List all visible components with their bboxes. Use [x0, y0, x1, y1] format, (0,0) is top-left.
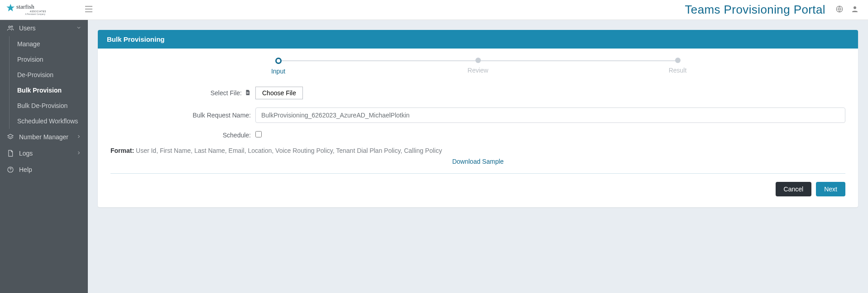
card-title: Bulk Provisioning	[98, 30, 858, 49]
format-text: User Id, First Name, Last Name, Email, L…	[136, 147, 442, 154]
user-icon[interactable]	[847, 2, 863, 17]
svg-rect-8	[247, 92, 249, 92]
divider	[110, 173, 845, 174]
document-icon	[6, 150, 14, 157]
svg-point-4	[11, 26, 13, 27]
svg-point-6	[10, 171, 10, 171]
sidebar-number-manager-label: Number Manager	[19, 133, 76, 141]
sidebar-item-users[interactable]: Users	[0, 20, 88, 36]
sidebar-item-deprovision[interactable]: De-Provision	[0, 67, 88, 83]
sidebar-help-label: Help	[19, 166, 82, 173]
step-review-label: Review	[378, 67, 578, 74]
sidebar-item-help[interactable]: Help	[0, 161, 88, 178]
logo-sub2: A Persistent Company	[25, 13, 46, 15]
sidebar-item-scheduled-workflows[interactable]: Scheduled Workflows	[0, 113, 88, 129]
stepper: Input Review Result	[178, 58, 777, 75]
step-review[interactable]: Review	[378, 58, 578, 74]
choose-file-button[interactable]: Choose File	[255, 87, 303, 99]
logo: starfish ASSOCIATES A Persistent Company	[5, 2, 82, 18]
step-result[interactable]: Result	[578, 58, 777, 74]
sidebar-logs-label: Logs	[19, 150, 76, 157]
sidebar-item-logs[interactable]: Logs	[0, 145, 88, 161]
logo-brand-text: starfish	[16, 3, 34, 10]
cancel-button[interactable]: Cancel	[776, 182, 812, 196]
step-input[interactable]: Input	[178, 58, 378, 75]
sidebar-item-provision[interactable]: Provision	[0, 52, 88, 67]
bulk-provisioning-card: Bulk Provisioning Input Review	[98, 30, 858, 207]
download-sample-link[interactable]: Download Sample	[110, 158, 845, 165]
bulk-request-name-input[interactable]	[255, 107, 845, 123]
svg-point-3	[9, 26, 10, 28]
sidebar-item-manage[interactable]: Manage	[0, 36, 88, 52]
chevron-down-icon	[76, 24, 82, 32]
logo-sub1: ASSOCIATES	[30, 10, 46, 12]
svg-marker-0	[6, 4, 14, 11]
schedule-label: Schedule:	[223, 132, 251, 139]
step-result-label: Result	[578, 67, 777, 74]
next-button[interactable]: Next	[816, 182, 845, 196]
step-input-label: Input	[178, 68, 378, 75]
content-area: Bulk Provisioning Input Review	[88, 20, 868, 293]
sidebar-item-number-manager[interactable]: Number Manager	[0, 129, 88, 145]
svg-point-2	[854, 6, 856, 9]
help-icon	[6, 166, 14, 173]
schedule-checkbox[interactable]	[255, 131, 262, 137]
chevron-right-icon	[76, 133, 82, 141]
layers-icon	[6, 133, 14, 141]
file-icon	[245, 89, 251, 97]
menu-toggle-icon[interactable]	[82, 3, 95, 16]
sidebar-item-bulk-provision[interactable]: Bulk Provision	[0, 83, 88, 98]
sidebar-item-bulk-deprovision[interactable]: Bulk De-Provision	[0, 98, 88, 113]
sidebar: Users Manage Provision De-Provision Bulk…	[0, 20, 88, 293]
chevron-right-icon	[76, 150, 82, 157]
sidebar-users-label: Users	[19, 24, 76, 32]
bulk-request-name-label: Bulk Request Name:	[193, 112, 251, 119]
users-icon	[6, 24, 14, 32]
format-prefix: Format:	[110, 147, 134, 154]
sidebar-users-submenu: Manage Provision De-Provision Bulk Provi…	[0, 36, 88, 129]
svg-rect-7	[247, 93, 249, 93]
select-file-label: Select File:	[211, 89, 242, 97]
globe-icon[interactable]	[832, 2, 847, 17]
topbar: starfish ASSOCIATES A Persistent Company…	[0, 0, 868, 20]
portal-title: Teams Provisioning Portal	[685, 3, 825, 17]
starfish-logo: starfish ASSOCIATES A Persistent Company	[5, 2, 60, 18]
format-line: Format: User Id, First Name, Last Name, …	[110, 147, 845, 154]
